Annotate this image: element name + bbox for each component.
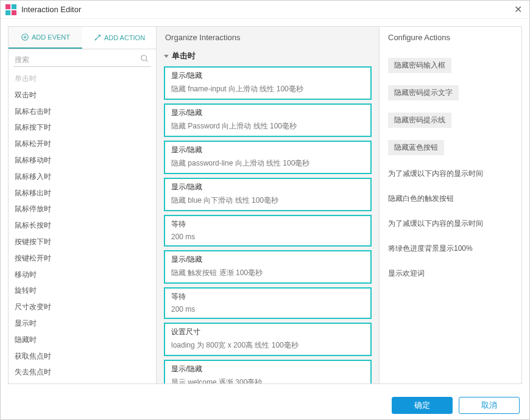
event-item[interactable]: 获取焦点时 <box>9 348 156 365</box>
action-title: 显示/隐藏 <box>171 71 364 81</box>
event-item[interactable]: 尺寸改变时 <box>9 299 156 315</box>
action-detail: 200 ms <box>171 233 364 241</box>
action-card[interactable]: 显示/隐藏隐藏 fname-input 向上滑动 线性 100毫秒 <box>164 66 372 100</box>
event-item[interactable]: 鼠标移出时 <box>9 185 156 201</box>
app-logo <box>5 4 16 15</box>
action-card[interactable]: 显示/隐藏隐藏 Password 向上滑动 线性 100毫秒 <box>164 103 372 137</box>
content-area: ADD EVENT ADD ACTION 单击时双击时鼠标右击时鼠标按下时鼠标松… <box>1 19 529 391</box>
action-detail: 200 ms <box>171 305 364 313</box>
left-tabs: ADD EVENT ADD ACTION <box>9 27 156 49</box>
event-item[interactable]: 鼠标移动时 <box>9 152 156 169</box>
tab-add-action[interactable]: ADD ACTION <box>82 27 156 49</box>
footer: 确定 取消 <box>1 391 529 419</box>
window-title: Interaction Editor <box>21 5 81 14</box>
action-title: 等待 <box>171 219 364 229</box>
configure-item[interactable]: 隐藏密码输入框 <box>388 58 451 73</box>
case-row[interactable]: 单击时 <box>164 48 372 66</box>
svg-point-5 <box>95 39 96 40</box>
action-card[interactable]: 设置尺寸loading 为 800宽 x 200高 线性 100毫秒 <box>164 323 372 356</box>
organize-header: Organize Interactions <box>157 27 379 48</box>
event-item[interactable]: 失去焦点时 <box>9 364 156 380</box>
configure-item[interactable]: 显示欢迎词 <box>388 261 513 286</box>
configure-item[interactable]: 将绿色进度背景显示100% <box>388 236 513 261</box>
event-item[interactable]: 鼠标松开时 <box>9 136 156 152</box>
tab-add-event[interactable]: ADD EVENT <box>9 27 82 49</box>
action-detail: 隐藏 fname-input 向上滑动 线性 100毫秒 <box>171 84 364 94</box>
action-title: 显示/隐藏 <box>171 364 364 374</box>
event-list: 单击时双击时鼠标右击时鼠标按下时鼠标松开时鼠标移动时鼠标移入时鼠标移出时鼠标停放… <box>9 71 156 383</box>
event-item[interactable]: 显示时 <box>9 315 156 332</box>
event-item[interactable]: 鼠标停放时 <box>9 201 156 217</box>
tab-add-event-label: ADD EVENT <box>32 33 70 41</box>
action-card[interactable]: 显示/隐藏隐藏 password-line 向上滑动 线性 100毫秒 <box>164 141 372 174</box>
titlebar: Interaction Editor ✕ <box>1 1 529 19</box>
configure-item[interactable]: 隐藏白色的触发按钮 <box>388 186 513 211</box>
action-title: 显示/隐藏 <box>171 145 364 155</box>
event-item[interactable]: 选中改变时 <box>9 380 156 383</box>
action-title: 设置尺寸 <box>171 327 364 337</box>
actions-container: 显示/隐藏隐藏 fname-input 向上滑动 线性 100毫秒显示/隐藏隐藏… <box>164 66 372 383</box>
action-card[interactable]: 显示/隐藏隐藏 blue 向下滑动 线性 100毫秒 <box>164 178 372 211</box>
event-item[interactable]: 鼠标按下时 <box>9 119 156 136</box>
action-card[interactable]: 等待200 ms <box>164 287 372 319</box>
configure-body: 隐藏密码输入框隐藏密码提示文字隐藏密码提示线隐藏蓝色按钮为了减缓以下内容的显示时… <box>380 48 521 383</box>
action-title: 显示/隐藏 <box>171 108 364 118</box>
configure-item[interactable]: 为了减缓以下内容的显示时间 <box>388 211 513 236</box>
svg-rect-2 <box>5 10 10 15</box>
action-detail: 隐藏 blue 向下滑动 线性 100毫秒 <box>171 195 364 206</box>
configure-header: Configure Actions <box>380 27 521 48</box>
event-item[interactable]: 鼠标右击时 <box>9 103 156 120</box>
cancel-button[interactable]: 取消 <box>459 397 520 414</box>
event-item[interactable]: 双击时 <box>9 87 156 103</box>
action-title: 显示/隐藏 <box>171 182 364 192</box>
organize-body: 单击时 显示/隐藏隐藏 fname-input 向上滑动 线性 100毫秒显示/… <box>157 48 379 383</box>
event-item[interactable]: 单击时 <box>9 71 156 87</box>
action-card[interactable]: 显示/隐藏显示 welcome 逐渐 300毫秒 <box>164 360 372 383</box>
event-item[interactable]: 旋转时 <box>9 282 156 299</box>
configure-panel: Configure Actions 隐藏密码输入框隐藏密码提示文字隐藏密码提示线… <box>379 26 522 384</box>
event-item[interactable]: 移动时 <box>9 267 156 283</box>
left-panel: ADD EVENT ADD ACTION 单击时双击时鼠标右击时鼠标按下时鼠标松… <box>8 26 156 384</box>
add-action-icon <box>93 33 102 42</box>
search-icon[interactable] <box>140 54 149 65</box>
case-label: 单击时 <box>172 51 196 61</box>
search-input[interactable] <box>13 53 151 67</box>
action-detail: 隐藏 password-line 向上滑动 线性 100毫秒 <box>171 158 364 169</box>
event-item[interactable]: 按键按下时 <box>9 234 156 250</box>
close-icon[interactable]: ✕ <box>512 4 525 15</box>
action-detail: 隐藏 Password 向上滑动 线性 100毫秒 <box>171 121 364 131</box>
action-detail: 隐藏 触发按钮 逐渐 100毫秒 <box>171 268 364 278</box>
event-item[interactable]: 鼠标移入时 <box>9 169 156 185</box>
search-box <box>9 49 156 71</box>
action-card[interactable]: 显示/隐藏隐藏 触发按钮 逐渐 100毫秒 <box>164 250 372 284</box>
collapse-icon[interactable] <box>164 55 169 58</box>
svg-rect-3 <box>12 10 16 15</box>
svg-rect-1 <box>12 4 16 9</box>
svg-point-6 <box>141 55 147 61</box>
action-card[interactable]: 等待200 ms <box>164 215 372 247</box>
configure-item[interactable]: 隐藏密码提示文字 <box>388 85 459 100</box>
add-event-icon <box>21 33 29 41</box>
ok-button[interactable]: 确定 <box>392 397 453 414</box>
interaction-editor-window: Interaction Editor ✕ ADD EVENT ADD ACTIO… <box>0 0 530 420</box>
action-title: 等待 <box>171 292 364 302</box>
event-item[interactable]: 隐藏时 <box>9 332 156 348</box>
event-item[interactable]: 按键松开时 <box>9 250 156 267</box>
action-detail: loading 为 800宽 x 200高 线性 100毫秒 <box>171 340 364 351</box>
action-detail: 显示 welcome 逐渐 300毫秒 <box>171 377 364 383</box>
configure-item[interactable]: 隐藏密码提示线 <box>388 113 451 128</box>
svg-rect-0 <box>5 4 10 9</box>
tab-add-action-label: ADD ACTION <box>104 34 145 41</box>
action-title: 显示/隐藏 <box>171 254 364 265</box>
configure-item[interactable]: 隐藏蓝色按钮 <box>388 140 444 155</box>
event-item[interactable]: 鼠标长按时 <box>9 217 156 234</box>
configure-item[interactable]: 为了减缓以下内容的显示时间 <box>388 161 513 186</box>
organize-panel: Organize Interactions 单击时 显示/隐藏隐藏 fname-… <box>156 26 379 384</box>
